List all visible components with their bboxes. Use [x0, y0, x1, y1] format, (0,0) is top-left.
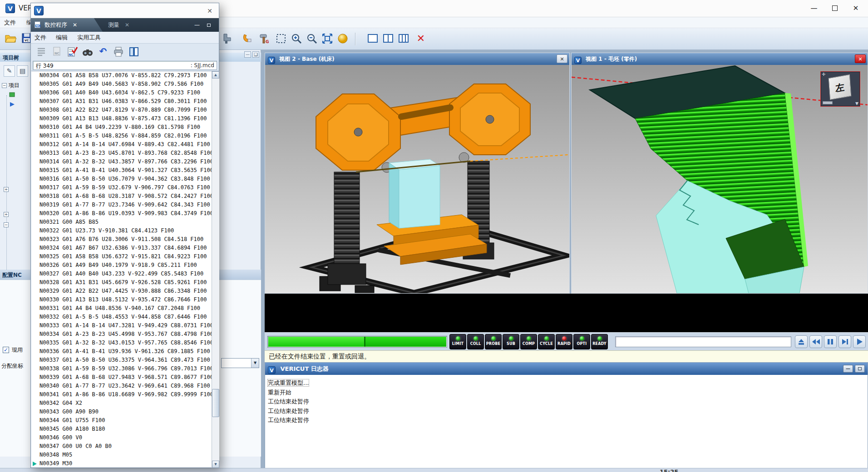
nc-doc-icon[interactable]: NC	[50, 45, 64, 59]
minimize-button[interactable]: —	[804, 1, 824, 15]
nc-code-line[interactable]: N00336 G01 A-41 B-41 U39.936 V-961.326 C…	[31, 347, 212, 356]
tree-node-current-arrow[interactable]	[9, 102, 15, 108]
chevron-down-icon[interactable]: ▼	[251, 359, 259, 368]
fit-view-icon[interactable]	[321, 32, 334, 46]
nc-code-line[interactable]: N00324 G01 A67 B67 U32.6386 V-913.337 C8…	[31, 244, 212, 252]
nc-code-line[interactable]: N00326 G01 A49 B49 U40.1979 V-918.9 C85.…	[31, 261, 212, 270]
nc-code-line[interactable]: N00309 G01 A13 B13 U48.8836 V-875.473 C8…	[31, 114, 212, 123]
view2-titlebar[interactable]: V 视图 2 - Base (机床) ✕	[265, 53, 569, 65]
log-line[interactable]: 完成重置模型...	[268, 379, 868, 388]
tree-node-project[interactable]: − 项目	[2, 82, 20, 89]
nc-code-line[interactable]: N00345 G00 A180 B180	[31, 425, 212, 433]
panel-float-icon[interactable]: ❑	[252, 51, 259, 58]
gcode-hammer-icon[interactable]: G	[257, 32, 271, 46]
indicator-opti[interactable]: OPTI	[573, 334, 590, 349]
nc-window-titlebar[interactable]: V ✕	[31, 3, 219, 18]
reset-button[interactable]	[795, 335, 808, 348]
nc-code-line[interactable]: N00343 G00 A90 B90	[31, 408, 212, 416]
coord-system-dropdown[interactable]: ▼	[221, 358, 259, 368]
open-project-icon[interactable]	[4, 32, 17, 46]
nc-window-close-button[interactable]: ✕	[204, 6, 215, 15]
view2-3d-canvas[interactable]	[265, 65, 569, 293]
three-view-layout-icon[interactable]	[397, 32, 410, 46]
nc-code-line[interactable]: N00329 G01 A22 B22 U47.4425 V-930.888 C8…	[31, 287, 212, 295]
tree-node-expand-2[interactable]: +	[4, 211, 9, 217]
nc-code-line[interactable]: N00306 G01 A40 B40 U43.6034 V-862.5 C79.…	[31, 88, 212, 97]
simulation-progress-bar[interactable]	[267, 336, 447, 348]
logger-titlebar[interactable]: V VERICUT 日志器 —	[265, 363, 868, 375]
close-button[interactable]: ✕	[845, 1, 866, 15]
nc-code-line[interactable]: N00330 G01 A13 B13 U48.5132 V-935.472 C8…	[31, 295, 212, 304]
maximize-button[interactable]	[824, 1, 845, 15]
nc-code-line[interactable]: N00342 G04 X2	[31, 399, 212, 408]
nc-code-line[interactable]: N00349 M30	[31, 459, 212, 468]
nc-code-line[interactable]: N00319 G01 A-77 B-77 U23.7346 V-909.642 …	[31, 201, 212, 209]
view2-close-button[interactable]: ✕	[557, 54, 567, 63]
nc-code-line[interactable]: N00347 G00 U0 C0 A0 B0	[31, 442, 212, 451]
nc-code-line[interactable]: N00320 G01 A-86 B-86 U19.0393 V-909.983 …	[31, 209, 212, 218]
nc-code-line[interactable]: N00333 G01 A-14 B-14 U47.3281 V-949.429 …	[31, 321, 212, 330]
menu-file[interactable]: 文件	[0, 17, 20, 27]
nc-code-line[interactable]: N00323 G01 A76 B76 U28.3006 V-911.508 C8…	[31, 235, 212, 244]
nc-code-line[interactable]: N00304 G01 A58 B58 U37.0076 V-855.822 C7…	[31, 71, 212, 80]
logger-content[interactable]: 完成重置模型...重新开始工位结束处暂停工位结束处暂停工位结束处暂停	[265, 375, 868, 468]
print-icon[interactable]	[112, 45, 125, 59]
search-binoculars-icon[interactable]	[81, 45, 94, 59]
indicator-ready[interactable]: READY	[591, 334, 608, 349]
scroll-up-icon[interactable]: ▲	[212, 71, 219, 79]
nc-code-line[interactable]: N00346 G00 V0	[31, 433, 212, 442]
indicator-limit[interactable]: LIMIT	[449, 334, 466, 349]
step-button[interactable]	[838, 335, 851, 348]
indicator-coll[interactable]: COLL	[467, 334, 484, 349]
log-line[interactable]: 工位结束处暂停	[268, 397, 868, 407]
nc-code-line[interactable]: N00308 G01 A22 B22 U47.8129 V-870.889 C8…	[31, 106, 212, 114]
nc-code-line[interactable]: N00348 M05	[31, 451, 212, 459]
indicator-sub[interactable]: SUB	[503, 334, 519, 349]
nc-code-line[interactable]: N00312 G01 A-14 B-14 U47.6984 V-889.43 C…	[31, 140, 212, 149]
active-checkbox[interactable]: ✓	[3, 347, 9, 353]
nc-menu-edit[interactable]: 编辑	[52, 32, 71, 42]
nc-code-line[interactable]: N00334 G01 A-23 B-23 U45.4998 V-953.767 …	[31, 330, 212, 339]
nc-code-line[interactable]: N00315 G01 A-41 B-41 U40.3064 V-901.327 …	[31, 166, 212, 175]
nc-restore-icon[interactable]	[207, 22, 211, 28]
tab-measure[interactable]: 测量 ✕	[108, 18, 143, 32]
nc-code-line[interactable]: N00314 G01 A-32 B-32 U43.3857 V-897.766 …	[31, 157, 212, 166]
nc-code-line[interactable]: N00305 G01 A49 B49 U40.5683 V-858.902 C7…	[31, 80, 212, 88]
magnet-icon[interactable]	[241, 32, 254, 46]
collapse-icon[interactable]: −	[2, 83, 7, 88]
tree-node-machine[interactable]	[9, 92, 15, 98]
scrollbar-thumb[interactable]	[212, 389, 219, 417]
nc-code-line[interactable]: N00310 G01 A4 B4 U49.2239 V-880.169 C81.…	[31, 123, 212, 132]
list-icon[interactable]	[35, 45, 48, 59]
nc-code-line[interactable]: N00335 G01 A-32 B-32 U43.0153 V-957.765 …	[31, 339, 212, 347]
nc-code-line[interactable]: N00328 G01 A31 B31 U45.6679 V-926.528 C8…	[31, 278, 212, 287]
view-orientation-widget[interactable]: ✛ 左 ▼	[820, 71, 860, 107]
nc-code-line[interactable]: N00318 G01 A-68 B-68 U28.3187 V-908.572 …	[31, 192, 212, 201]
nc-code-line[interactable]: N00317 G01 A-59 B-59 U32.679 V-906.797 C…	[31, 183, 212, 192]
orientation-slider[interactable]	[823, 101, 833, 104]
single-view-layout-icon[interactable]	[366, 32, 380, 46]
chevron-down-icon[interactable]: ▼	[855, 101, 858, 106]
nc-code-line[interactable]: N00332 G01 A-5 B-5 U48.4553 V-944.858 C8…	[31, 313, 212, 321]
undo-icon[interactable]: ↶	[96, 45, 110, 59]
nc-check-icon[interactable]: NC	[65, 45, 79, 59]
notes-icon[interactable]: ▤	[17, 65, 28, 77]
logger-restore-icon[interactable]	[855, 365, 865, 373]
tab-close-icon[interactable]: ✕	[125, 22, 129, 28]
tab-close-icon[interactable]: ✕	[73, 22, 77, 28]
nc-code-line[interactable]: N00338 G01 A-59 B-59 U32.3086 V-966.796 …	[31, 364, 212, 373]
indicator-cycle[interactable]: CYCLE	[538, 334, 555, 349]
two-view-layout-icon[interactable]	[381, 32, 395, 46]
nc-code-line[interactable]: N00313 G01 A-23 B-23 U45.8701 V-893.768 …	[31, 149, 212, 157]
scroll-down-icon[interactable]: ▼	[212, 461, 219, 468]
nc-code-line[interactable]: N00344 G01 U755 F100	[31, 416, 212, 425]
nc-code-line[interactable]: N00321 G00 A85 B85	[31, 218, 212, 226]
zoom-in-icon[interactable]	[290, 32, 303, 46]
nc-code-line[interactable]: N00339 G01 A-68 B-68 U27.9483 V-968.571 …	[31, 373, 212, 382]
view1-titlebar[interactable]: V 视图 1 - 毛坯 (零件) ✕	[572, 53, 868, 65]
panel-minimize-icon[interactable]: —	[244, 51, 251, 58]
indicator-comp[interactable]: COMP	[520, 334, 537, 349]
tree-node-expand-1[interactable]: +	[4, 186, 9, 192]
play-button[interactable]	[853, 335, 866, 348]
tool-manager-icon[interactable]	[221, 32, 234, 46]
